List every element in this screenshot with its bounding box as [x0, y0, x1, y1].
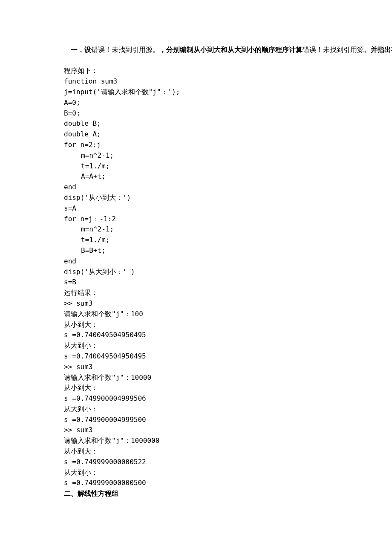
- code-line-indent: A=A+t;: [64, 171, 328, 182]
- heading-1-suffix: 并指出有效位数。: [371, 46, 392, 53]
- code-line: s=A: [64, 203, 328, 214]
- code-line: disp('从小到大：'): [64, 193, 328, 203]
- code-line: for n=2:j: [64, 140, 328, 150]
- code-line: j=input('请输入求和个数"j"：');: [64, 87, 328, 98]
- document-page: 一．设错误！未找到引用源。，分别编制从小到大和从大到小的顺序程序计算错误！未找到…: [0, 0, 392, 525]
- output-line: 从小到大：: [64, 383, 328, 393]
- output-line: s =0.749900004999506: [64, 393, 328, 404]
- heading-2: 二、解线性方程组: [64, 489, 328, 499]
- output-line: 从大到小：: [64, 404, 328, 415]
- output-line: 从小到大：: [64, 446, 328, 457]
- output-line: 请输入求和个数"j"：1000000: [64, 436, 328, 446]
- output-line: 从大到小：: [64, 468, 328, 478]
- output-line: 请输入求和个数"j"：10000: [64, 373, 328, 383]
- output-line: s =0.749999000000522: [64, 457, 328, 468]
- output-line: 请输入求和个数"j"：100: [64, 309, 328, 320]
- run-label: 运行结果：: [64, 288, 328, 298]
- code-line-indent: m=n^2-1;: [64, 150, 328, 161]
- output-line: >> sum3: [64, 425, 328, 436]
- heading-1-mid: ，分别编制从小到大和从大到小的顺序程序计算: [159, 46, 303, 53]
- output-line: >> sum3: [64, 362, 328, 373]
- output-line: 从小到大：: [64, 320, 328, 330]
- code-line-indent: m=n^2-1;: [64, 224, 328, 235]
- code-line: double A;: [64, 129, 328, 140]
- code-line: disp('从大到小：' ): [64, 267, 328, 278]
- code-line-indent: t=1./m;: [64, 235, 328, 246]
- heading-1-error2: 错误！未找到引用源。: [303, 46, 371, 53]
- code-line: A=0;: [64, 98, 328, 108]
- program-label: 程序如下：: [64, 66, 328, 76]
- code-line-indent: B=B+t;: [64, 246, 328, 256]
- output-line: 从大到小：: [64, 341, 328, 351]
- code-line: double B;: [64, 119, 328, 129]
- output-line: s =0.740049504950495: [64, 351, 328, 362]
- code-line: end: [64, 182, 328, 193]
- code-line: s=B: [64, 277, 328, 288]
- code-line: B=0;: [64, 108, 328, 119]
- output-line: s =0.740049504950495: [64, 330, 328, 341]
- output-line: s =0.749900004999500: [64, 415, 328, 425]
- output-line: >> sum3: [64, 298, 328, 309]
- code-line: function sum3: [64, 76, 328, 87]
- heading-1: 一．设错误！未找到引用源。，分别编制从小到大和从大到小的顺序程序计算错误！未找到…: [64, 34, 328, 66]
- code-line: end: [64, 256, 328, 267]
- code-line-indent: t=1./m;: [64, 161, 328, 172]
- heading-1-error1: 错误！未找到引用源。: [91, 46, 159, 53]
- heading-1-prefix: 一．设: [71, 46, 91, 53]
- output-line: s =0.749999000000500: [64, 478, 328, 489]
- code-line: for n=j：-1:2: [64, 214, 328, 225]
